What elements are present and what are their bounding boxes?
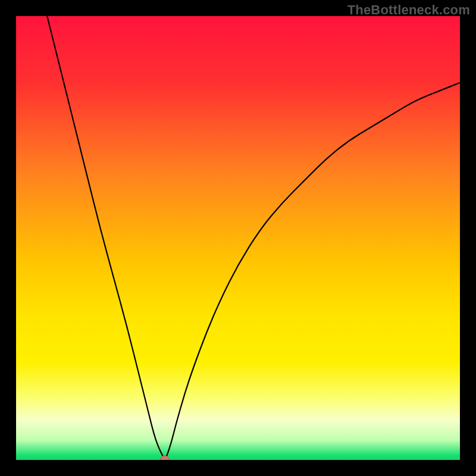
gradient-background xyxy=(16,16,460,460)
bottleneck-chart xyxy=(16,16,460,460)
chart-frame xyxy=(16,16,460,460)
optimal-point-marker xyxy=(161,456,169,460)
attribution-text: TheBottleneck.com xyxy=(347,2,470,18)
